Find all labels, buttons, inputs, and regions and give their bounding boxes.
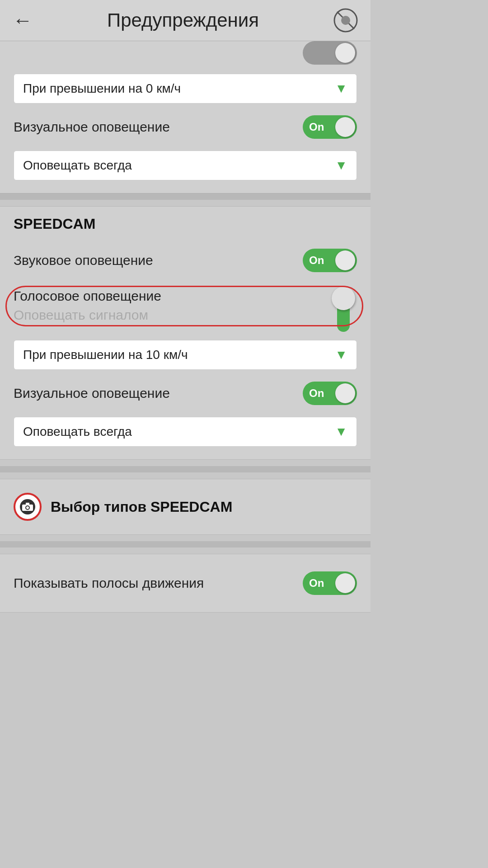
visual-alert-row-top: Визуальное оповещение On xyxy=(14,107,357,147)
divider-2 xyxy=(0,466,371,472)
notify-always-dropdown-top-text: Оповещать всегда xyxy=(23,158,132,173)
visual-alert-label-top: Визуальное оповещение xyxy=(14,119,170,135)
lanes-toggle[interactable]: On xyxy=(303,571,357,595)
svg-rect-6 xyxy=(26,503,29,505)
speedcam-types-title: Выбор типов SPEEDCAM xyxy=(51,499,232,515)
top-partial-toggle[interactable] xyxy=(303,41,357,65)
speed-excess-dropdown-speedcam[interactable]: При превышении на 10 км/ч ▼ xyxy=(14,340,357,370)
divider-1 xyxy=(0,193,371,200)
notify-always-dropdown-speedcam-arrow: ▼ xyxy=(335,425,347,439)
top-partial-section: При превышении на 0 км/ч ▼ Визуальное оп… xyxy=(0,41,371,193)
speed-excess-dropdown-speedcam-text: При превышении на 10 км/ч xyxy=(23,348,188,362)
svg-point-2 xyxy=(341,16,350,25)
visual-alert-toggle-top[interactable]: On xyxy=(303,115,357,139)
speed-excess-dropdown-speedcam-arrow: ▼ xyxy=(335,348,347,362)
speedcam-section-title: SPEEDCAM xyxy=(14,216,357,232)
voice-alert-toggle[interactable] xyxy=(330,287,357,332)
speedcam-types-section: Выбор типов SPEEDCAM xyxy=(0,479,371,535)
speedcam-type-icon xyxy=(14,493,42,521)
lanes-row: Показывать полосы движения On xyxy=(14,563,357,603)
page-title: Предупреждения xyxy=(107,9,259,31)
notify-always-dropdown-speedcam-text: Оповещать всегда xyxy=(23,425,132,439)
visual-alert-label-speedcam: Визуальное оповещение xyxy=(14,386,170,401)
no-sound-icon[interactable] xyxy=(333,8,358,33)
visual-alert-row-speedcam: Визуальное оповещение On xyxy=(14,373,357,413)
voice-toggle-track xyxy=(337,308,350,332)
voice-alert-highlight-container: Голосовое оповещение Оповещать сигналом xyxy=(14,280,357,332)
partial-toggle-area xyxy=(14,41,357,70)
speedcam-section: SPEEDCAM Звуковое оповещение On Голосово… xyxy=(0,206,371,460)
sound-alert-toggle[interactable]: On xyxy=(303,249,357,272)
lanes-section: Показывать полосы движения On xyxy=(0,554,371,613)
notify-always-dropdown-speedcam[interactable]: Оповещать всегда ▼ xyxy=(14,417,357,447)
visual-alert-toggle-speedcam[interactable]: On xyxy=(303,382,357,405)
lanes-label: Показывать полосы движения xyxy=(14,576,204,591)
notify-always-dropdown-top[interactable]: Оповещать всегда ▼ xyxy=(14,151,357,180)
voice-toggle-thumb xyxy=(332,287,355,310)
back-button[interactable]: ← xyxy=(13,9,33,32)
sound-alert-label: Звуковое оповещение xyxy=(14,253,153,268)
header: ← Предупреждения xyxy=(0,0,371,41)
speedcam-types-row[interactable]: Выбор типов SPEEDCAM xyxy=(14,488,357,525)
voice-alert-label: Голосовое оповещение xyxy=(14,288,161,304)
speedcam-type-icon-inner xyxy=(20,499,35,514)
speed-excess-dropdown-top-arrow: ▼ xyxy=(335,81,347,96)
speed-excess-dropdown-top-text: При превышении на 0 км/ч xyxy=(23,81,181,96)
notify-always-dropdown-top-arrow: ▼ xyxy=(335,158,347,173)
divider-3 xyxy=(0,541,371,547)
speed-excess-dropdown-top[interactable]: При превышении на 0 км/ч ▼ xyxy=(14,74,357,104)
sound-alert-row: Звуковое оповещение On xyxy=(14,241,357,280)
svg-point-5 xyxy=(26,506,29,509)
voice-sublabel: Оповещать сигналом xyxy=(14,307,161,323)
